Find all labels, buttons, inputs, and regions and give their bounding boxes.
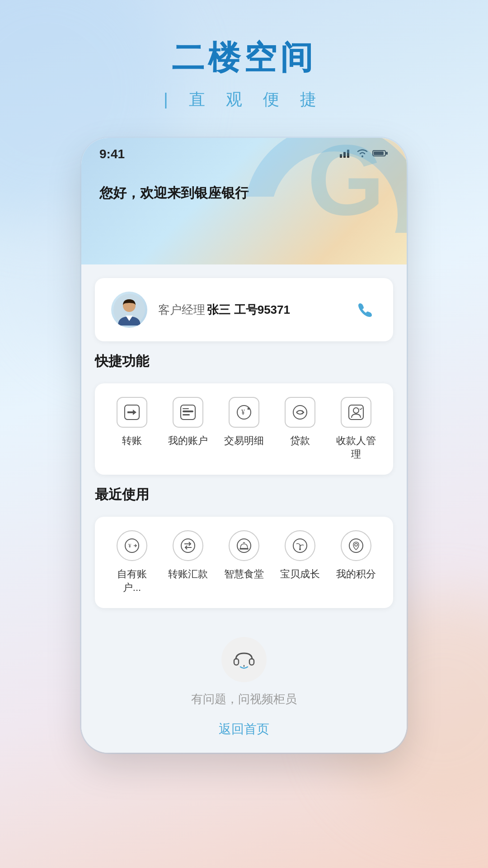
recent-title: 最近使用 xyxy=(95,486,393,504)
recent-section: 最近使用 xyxy=(95,486,393,506)
page-title: 二楼空间 xyxy=(164,36,324,80)
svg-rect-5 xyxy=(373,151,385,156)
svg-point-17 xyxy=(293,406,307,419)
svg-rect-1 xyxy=(340,154,342,158)
recent-transfer[interactable]: 转账汇款 xyxy=(165,530,211,594)
svg-rect-30 xyxy=(249,659,254,665)
phone-top-bg: G 9:41 xyxy=(81,138,407,264)
battery-icon xyxy=(372,148,389,160)
feature-transaction-label: 交易明细 xyxy=(224,434,264,448)
service-area: 有问题，问视频柜员 返回首页 xyxy=(95,619,393,753)
avatar-image xyxy=(113,294,145,326)
quick-features-title: 快捷功能 xyxy=(95,352,393,371)
feature-payee-label: 收款人管理 xyxy=(333,434,379,461)
manager-name: 张三 工号95371 xyxy=(207,303,290,316)
loan-icon xyxy=(285,397,315,428)
status-bar: 9:41 xyxy=(81,138,407,161)
quick-features-section: 快捷功能 xyxy=(95,352,393,373)
svg-point-23 xyxy=(237,539,251,552)
recent-growth-label: 宝贝成长 xyxy=(280,567,320,581)
recent-self-account-label: 自有账户... xyxy=(109,567,155,594)
recent-canteen[interactable]: 智慧食堂 xyxy=(221,530,267,594)
manager-info: 客户经理 张三 工号95371 xyxy=(158,302,343,318)
service-text: 有问题，问视频柜员 xyxy=(191,691,297,707)
recent-features-card: ¥ 自有账户... 转账汇款 xyxy=(95,517,393,608)
manager-avatar xyxy=(111,292,147,328)
status-time: 9:41 xyxy=(99,147,125,161)
svg-text:¥: ¥ xyxy=(128,542,131,549)
svg-point-4 xyxy=(361,156,363,157)
greeting-text: 您好，欢迎来到银座银行 xyxy=(81,161,407,216)
account-icon xyxy=(173,397,203,428)
svg-rect-13 xyxy=(183,414,190,415)
payee-icon xyxy=(341,397,371,428)
phone-top-area: G 9:41 xyxy=(81,138,407,264)
status-icons xyxy=(340,148,389,160)
self-account-icon: ¥ xyxy=(117,530,147,561)
svg-rect-12 xyxy=(183,410,193,412)
feature-transfer-label: 转账 xyxy=(122,434,142,448)
svg-rect-3 xyxy=(347,150,349,158)
feature-account[interactable]: 我的账户 xyxy=(165,397,211,461)
wifi-icon xyxy=(356,148,369,160)
svg-rect-7 xyxy=(386,152,388,155)
feature-transfer[interactable]: 转账 xyxy=(109,397,155,461)
svg-rect-6 xyxy=(374,151,384,155)
quick-features-grid: 转账 我的账户 xyxy=(104,397,384,461)
transfer-icon xyxy=(117,397,147,428)
recent-points-label: 我的积分 xyxy=(336,567,376,581)
page-subtitle: 直 观 便 捷 xyxy=(164,89,324,111)
svg-point-28 xyxy=(355,543,357,546)
feature-transaction[interactable]: ¥ 交易明细 xyxy=(221,397,267,461)
feature-payee[interactable]: 收款人管理 xyxy=(333,397,379,461)
svg-point-19 xyxy=(353,408,359,413)
phone-mockup: G 9:41 xyxy=(81,138,407,753)
growth-icon xyxy=(285,530,315,561)
svg-rect-24 xyxy=(239,548,249,550)
back-home-button[interactable]: 返回首页 xyxy=(210,716,278,742)
feature-account-label: 我的账户 xyxy=(168,434,208,448)
manager-title: 客户经理 xyxy=(158,303,205,316)
svg-point-26 xyxy=(299,548,301,550)
svg-rect-29 xyxy=(234,659,239,665)
manager-card: 客户经理 张三 工号95371 xyxy=(95,278,393,341)
svg-rect-18 xyxy=(349,405,363,420)
recent-transfer-label: 转账汇款 xyxy=(168,567,208,581)
recent-points[interactable]: 我的积分 xyxy=(333,530,379,594)
svg-rect-2 xyxy=(343,152,346,158)
svg-text:¥: ¥ xyxy=(241,408,245,416)
signal-icon xyxy=(340,148,352,160)
svg-rect-14 xyxy=(183,408,189,409)
svg-point-22 xyxy=(181,539,195,552)
feature-loan-label: 贷款 xyxy=(290,434,310,448)
feature-loan[interactable]: 贷款 xyxy=(277,397,323,461)
points-icon xyxy=(341,530,371,561)
svg-point-27 xyxy=(349,539,363,552)
recent-canteen-label: 智慧食堂 xyxy=(224,567,264,581)
recent-features-grid: ¥ 自有账户... 转账汇款 xyxy=(104,530,384,594)
phone-content[interactable]: 客户经理 张三 工号95371 快捷功能 xyxy=(81,264,407,753)
recent-self-account[interactable]: ¥ 自有账户... xyxy=(109,530,155,594)
headset-button[interactable] xyxy=(221,637,267,682)
canteen-icon xyxy=(229,530,259,561)
transaction-icon: ¥ xyxy=(229,397,259,428)
recent-growth[interactable]: 宝贝成长 xyxy=(277,530,323,594)
quick-features-card: 转账 我的账户 xyxy=(95,383,393,475)
call-button[interactable] xyxy=(354,298,377,321)
page-header: 二楼空间 直 观 便 捷 xyxy=(164,36,324,111)
transfer2-icon xyxy=(173,530,203,561)
